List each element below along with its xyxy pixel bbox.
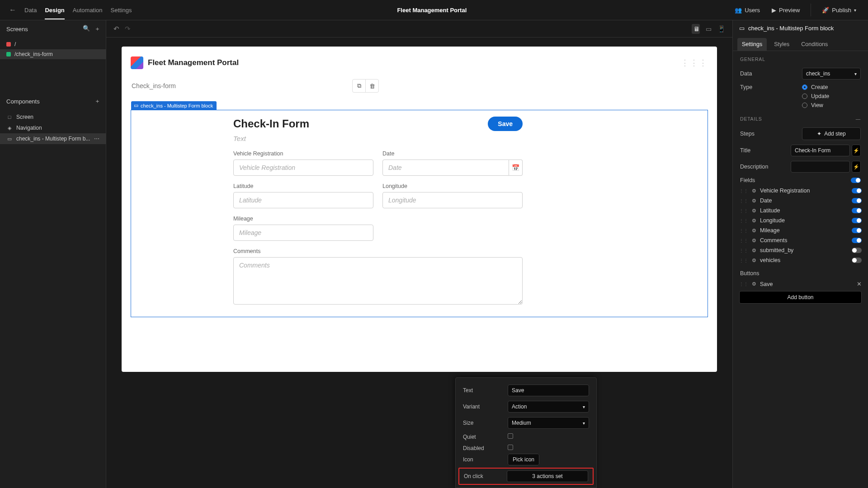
add-component-icon[interactable]: ＋ [94,97,100,105]
add-button-button[interactable]: Add button [739,291,862,304]
undo-icon[interactable]: ↶ [113,25,119,33]
nav-design[interactable]: Design [45,7,64,19]
device-mobile-icon[interactable]: 📱 [717,25,725,33]
more-icon[interactable]: ⋯ [94,136,99,142]
device-desktop-icon[interactable]: 🖥 [692,24,700,34]
tab-settings[interactable]: Settings [737,38,767,51]
nav-settings[interactable]: Settings [111,7,132,14]
field-toggle[interactable] [852,208,862,213]
multistep-form-block[interactable]: ▭ check_ins - Multistep Form block Check… [131,110,708,317]
calendar-icon[interactable]: 📅 [509,160,523,176]
button-item-save[interactable]: ⋮⋮ ⚙ Save ✕ [733,279,868,289]
fields-master-toggle[interactable] [851,178,861,183]
screen-item-checkins[interactable]: /check_ins-form [0,49,106,59]
screen-item-root[interactable]: / [0,39,106,49]
gear-icon[interactable]: ⚙ [752,238,756,244]
field-toggle[interactable] [852,198,862,203]
field-toggle[interactable] [852,238,862,243]
pop-disabled-checkbox[interactable] [508,445,513,450]
device-tablet-icon[interactable]: ▭ [704,25,712,33]
pop-size-select[interactable]: Medium ▾ [508,417,589,429]
field-toggle-row[interactable]: ⋮⋮⚙Date [733,196,868,206]
pop-variant-select[interactable]: Action ▾ [508,401,589,413]
gear-icon[interactable]: ⚙ [752,218,756,224]
field-toggle[interactable] [852,258,862,263]
save-button[interactable]: Save [488,117,523,131]
top-bar: ← Data Design Automation Settings Fleet … [0,0,868,20]
redo-icon[interactable]: ↷ [125,25,131,33]
desc-input[interactable] [791,161,850,173]
field-toggle-row[interactable]: ⋮⋮⚙Comments [733,235,868,245]
gear-icon[interactable]: ⚙ [752,208,756,214]
title-input[interactable] [791,145,850,156]
grip-icon[interactable]: ⋮⋮ [739,218,748,223]
pop-text-input[interactable] [508,385,589,396]
onclick-row[interactable]: On click 3 actions set [458,468,594,485]
radio-create[interactable]: Create [802,84,861,90]
data-select[interactable]: check_ins ▾ [802,68,861,80]
grip-icon[interactable]: ⋮⋮ [739,188,748,193]
field-toggle-row[interactable]: ⋮⋮⚙Vehicle Registration [733,186,868,196]
pop-onclick-button[interactable]: 3 actions set [507,470,588,482]
grip-icon[interactable]: ⋮⋮ [739,208,748,213]
tab-conditions[interactable]: Conditions [797,38,832,51]
grip-icon[interactable]: ⋮⋮ [739,248,748,253]
grip-icon[interactable]: ⋮⋮ [739,198,748,203]
gear-icon[interactable]: ⚙ [752,258,756,263]
grip-icon[interactable]: ⋮⋮ [739,228,748,233]
field-toggle[interactable] [852,188,862,193]
grip-icon[interactable]: ⋮⋮ [739,238,748,243]
component-navigation[interactable]: ◈ Navigation [0,122,106,133]
users-button[interactable]: 👥 Users [732,5,763,15]
field-toggle-row[interactable]: ⋮⋮⚙Latitude [733,206,868,216]
type-label: Type [740,84,752,90]
radio-update[interactable]: Update [802,93,861,99]
grip-icon[interactable]: ⋮⋮ [739,282,748,286]
field-toggle-row[interactable]: ⋮⋮⚙vehicles [733,255,868,265]
component-form-block[interactable]: ▭ check_ins - Multistep Form b... ⋯ [0,133,106,144]
app-frame[interactable]: Fleet Management Portal ⋮⋮⋮ Check_ins-fo… [122,47,717,372]
field-date: Date 📅 [382,150,523,176]
comments-textarea[interactable] [233,257,523,305]
lightning-icon[interactable]: ⚡ [852,145,861,156]
pick-icon-button[interactable]: Pick icon [508,454,539,465]
grip-icon[interactable]: ⋮⋮ [739,258,748,263]
gear-icon[interactable]: ⚙ [752,248,756,253]
date-input[interactable] [382,160,509,176]
duplicate-button[interactable]: ⧉ [352,79,366,93]
field-toggle[interactable] [852,248,862,253]
gear-icon[interactable]: ⚙ [752,228,756,234]
delete-button[interactable]: 🗑 [365,79,379,93]
component-screen[interactable]: □ Screen [0,112,106,122]
gear-icon[interactable]: ⚙ [752,198,756,204]
tab-styles[interactable]: Styles [769,38,794,51]
longitude-input[interactable] [382,192,523,208]
preview-button[interactable]: ▶ Preview [769,5,802,15]
drag-handle-icon[interactable]: ⋮⋮⋮ [681,58,708,68]
pop-quiet-checkbox[interactable] [508,433,513,439]
add-step-button[interactable]: ✦ Add step [802,127,861,140]
field-toggle-row[interactable]: ⋮⋮⚙Longitude [733,216,868,225]
field-toggle-row[interactable]: ⋮⋮⚙Mileage [733,225,868,235]
publish-button[interactable]: 🚀 Publish ▾ [819,5,859,15]
lightning-icon[interactable]: ⚡ [852,161,861,173]
vehicle-registration-input[interactable] [233,160,373,176]
close-icon[interactable]: ✕ [857,281,862,287]
gear-icon[interactable]: ⚙ [752,281,756,287]
chevron-down-icon: ▾ [583,421,585,426]
field-toggle[interactable] [852,218,862,223]
latitude-input[interactable] [233,192,373,208]
nav-automation[interactable]: Automation [73,7,103,14]
trash-icon: 🗑 [369,83,375,89]
back-arrow-icon[interactable]: ← [9,6,16,14]
add-screen-icon[interactable]: ＋ [94,25,100,33]
search-icon[interactable]: 🔍 [83,25,90,33]
mileage-input[interactable] [233,225,373,241]
components-header: Components ＋ [0,93,106,110]
collapse-icon[interactable]: — [856,116,861,122]
field-toggle-row[interactable]: ⋮⋮⚙submitted_by [733,245,868,255]
radio-view[interactable]: View [802,102,861,108]
field-toggle[interactable] [852,228,862,233]
nav-data[interactable]: Data [24,7,37,14]
gear-icon[interactable]: ⚙ [752,188,756,194]
